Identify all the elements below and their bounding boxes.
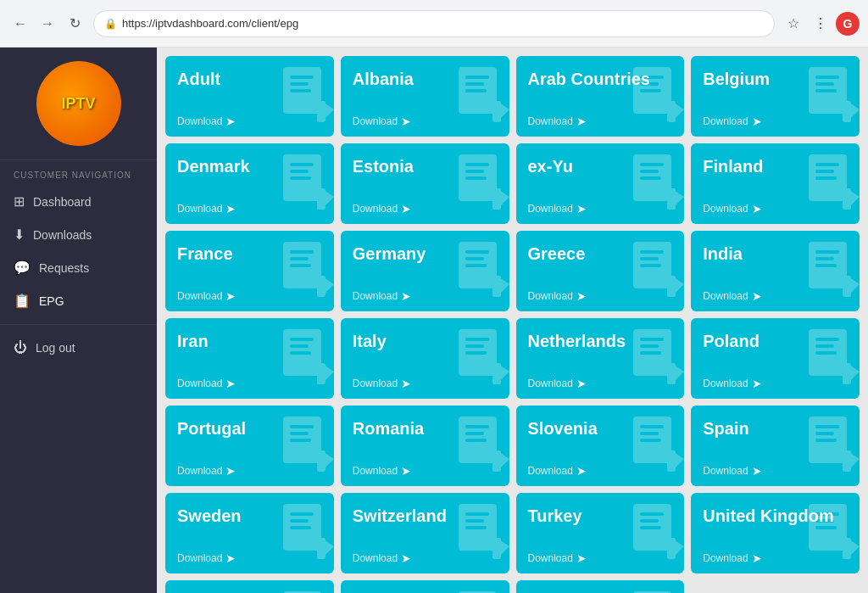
download-label: Download bbox=[703, 378, 748, 389]
sidebar-item-label: Downloads bbox=[33, 228, 92, 242]
svg-rect-13 bbox=[640, 89, 661, 92]
epg-card-title: United Kingdom bbox=[703, 506, 848, 526]
svg-rect-43 bbox=[290, 264, 311, 267]
epg-card-download[interactable]: Download ➤ bbox=[703, 551, 848, 565]
epg-card-download[interactable]: Download ➤ bbox=[177, 115, 322, 128]
epg-card-turkey[interactable]: Turkey Download ➤ bbox=[516, 493, 685, 573]
sidebar-item-downloads[interactable]: ⬇ Downloads bbox=[0, 218, 157, 251]
epg-card-download[interactable]: Download ➤ bbox=[353, 551, 498, 565]
epg-card-bulgaria[interactable]: Bulgaria Download ➤ bbox=[516, 580, 685, 593]
epg-card-title: Estonia bbox=[353, 157, 498, 176]
epg-card-italy[interactable]: Italy Download ➤ bbox=[341, 318, 509, 399]
epg-card-denmark[interactable]: Denmark Download ➤ bbox=[165, 143, 334, 224]
download-arrow-icon: ➤ bbox=[225, 202, 236, 215]
epg-card-download[interactable]: Download ➤ bbox=[353, 202, 498, 215]
download-label: Download bbox=[703, 290, 748, 302]
reload-button[interactable]: ↻ bbox=[63, 12, 86, 36]
epg-card-download[interactable]: Download ➤ bbox=[703, 464, 848, 478]
svg-rect-88 bbox=[465, 439, 487, 442]
menu-button[interactable]: ⋮ bbox=[809, 12, 832, 36]
epg-card-title: Spain bbox=[703, 419, 848, 439]
epg-card-title: Finland bbox=[703, 157, 848, 176]
epg-card-download[interactable]: Download ➤ bbox=[528, 377, 673, 390]
epg-card-greece[interactable]: Greece Download ➤ bbox=[516, 231, 685, 311]
sidebar-item-epg[interactable]: 📋 EPG bbox=[0, 284, 157, 317]
epg-card-download[interactable]: Download ➤ bbox=[177, 551, 322, 565]
epg-card-download[interactable]: Download ➤ bbox=[703, 115, 848, 128]
epg-card-united-kingdom[interactable]: United Kingdom Download ➤ bbox=[691, 493, 860, 573]
svg-rect-8 bbox=[465, 89, 487, 92]
epg-card-title: France bbox=[177, 244, 322, 264]
epg-card-slovenia[interactable]: Slovenia Download ➤ bbox=[516, 406, 685, 486]
epg-card-download[interactable]: Download ➤ bbox=[353, 115, 498, 128]
epg-card-title: ex-Yu bbox=[528, 157, 673, 176]
epg-card-download[interactable]: Download ➤ bbox=[528, 115, 673, 128]
epg-card-spain[interactable]: Spain Download ➤ bbox=[691, 406, 860, 486]
download-arrow-icon: ➤ bbox=[576, 115, 587, 128]
epg-card-poland[interactable]: Poland Download ➤ bbox=[691, 318, 860, 399]
sidebar-item-label: Dashboard bbox=[33, 195, 92, 209]
download-arrow-icon: ➤ bbox=[225, 377, 236, 390]
epg-card-download[interactable]: Download ➤ bbox=[177, 377, 322, 390]
epg-card-download[interactable]: Download ➤ bbox=[177, 464, 322, 478]
epg-card-iran[interactable]: Iran Download ➤ bbox=[165, 318, 334, 399]
card-bg-icon bbox=[275, 587, 334, 594]
epg-card-netherlands[interactable]: Netherlands Download ➤ bbox=[516, 318, 685, 399]
user-avatar[interactable]: G bbox=[836, 12, 860, 36]
epg-card-download[interactable]: Download ➤ bbox=[353, 289, 498, 303]
epg-card-finland[interactable]: Finland Download ➤ bbox=[691, 143, 860, 224]
sidebar-item-requests[interactable]: 💬 Requests bbox=[0, 251, 157, 284]
epg-card-india[interactable]: India Download ➤ bbox=[691, 231, 860, 311]
epg-card-download[interactable]: Download ➤ bbox=[528, 289, 673, 303]
lock-icon: 🔒 bbox=[104, 18, 117, 30]
epg-card-all[interactable]: All Download ➤ bbox=[341, 580, 509, 593]
epg-card-download[interactable]: Download ➤ bbox=[528, 551, 673, 565]
epg-card-download[interactable]: Download ➤ bbox=[703, 289, 848, 303]
svg-rect-113 bbox=[640, 526, 661, 529]
download-label: Download bbox=[177, 465, 222, 477]
epg-card-portugal[interactable]: Portugal Download ➤ bbox=[165, 406, 334, 486]
epg-card-belgium[interactable]: Belgium Download ➤ bbox=[691, 56, 860, 137]
epg-card-germany[interactable]: Germany Download ➤ bbox=[341, 231, 509, 311]
epg-card-title: Adult bbox=[177, 70, 322, 89]
epg-card-title: Switzerland bbox=[353, 506, 498, 526]
epg-card-adult[interactable]: Adult Download ➤ bbox=[165, 56, 334, 137]
download-label: Download bbox=[528, 115, 573, 127]
epg-card-arab-countries[interactable]: Arab Countries Download ➤ bbox=[516, 56, 685, 137]
epg-card-romania[interactable]: Romania Download ➤ bbox=[341, 406, 509, 486]
download-arrow-icon: ➤ bbox=[401, 289, 411, 303]
epg-card-download[interactable]: Download ➤ bbox=[177, 202, 322, 215]
download-label: Download bbox=[703, 115, 748, 127]
download-arrow-icon: ➤ bbox=[576, 551, 587, 565]
sidebar: IPTV CUSTOMER NAVIGATION ⊞ Dashboard ⬇ D… bbox=[0, 48, 157, 593]
epg-card-france[interactable]: France Download ➤ bbox=[165, 231, 334, 311]
epg-card-albania[interactable]: Albania Download ➤ bbox=[341, 56, 509, 137]
svg-rect-38 bbox=[815, 176, 837, 180]
epg-card-usa[interactable]: USA Download ➤ bbox=[165, 580, 334, 593]
epg-card-download[interactable]: Download ➤ bbox=[703, 377, 848, 390]
address-bar[interactable]: 🔒 https://iptvdashboard.com/client/epg bbox=[93, 10, 775, 37]
download-label: Download bbox=[353, 552, 398, 564]
download-arrow-icon: ➤ bbox=[225, 551, 236, 565]
sidebar-item-dashboard[interactable]: ⊞ Dashboard bbox=[0, 185, 157, 218]
svg-rect-98 bbox=[815, 439, 837, 442]
epg-card-download[interactable]: Download ➤ bbox=[528, 202, 673, 215]
epg-card-download[interactable]: Download ➤ bbox=[177, 289, 322, 303]
svg-rect-73 bbox=[640, 351, 661, 355]
epg-card-download[interactable]: Download ➤ bbox=[703, 202, 848, 215]
epg-card-sweden[interactable]: Sweden Download ➤ bbox=[165, 493, 334, 573]
download-label: Download bbox=[353, 378, 398, 389]
back-button[interactable]: ← bbox=[8, 12, 32, 36]
epg-card-download[interactable]: Download ➤ bbox=[353, 464, 498, 478]
sidebar-item-label: Requests bbox=[39, 261, 89, 275]
sidebar-item-label: EPG bbox=[39, 294, 64, 308]
forward-button[interactable]: → bbox=[36, 12, 59, 36]
epg-card-switzerland[interactable]: Switzerland Download ➤ bbox=[341, 493, 509, 573]
epg-card-download[interactable]: Download ➤ bbox=[528, 464, 673, 478]
star-button[interactable]: ☆ bbox=[782, 12, 805, 36]
download-arrow-icon: ➤ bbox=[752, 464, 762, 478]
epg-card-ex-yu[interactable]: ex-Yu Download ➤ bbox=[516, 143, 685, 224]
epg-card-estonia[interactable]: Estonia Download ➤ bbox=[341, 143, 509, 224]
sidebar-item-logout[interactable]: ⏻ Log out bbox=[0, 332, 157, 364]
epg-card-download[interactable]: Download ➤ bbox=[353, 377, 498, 390]
